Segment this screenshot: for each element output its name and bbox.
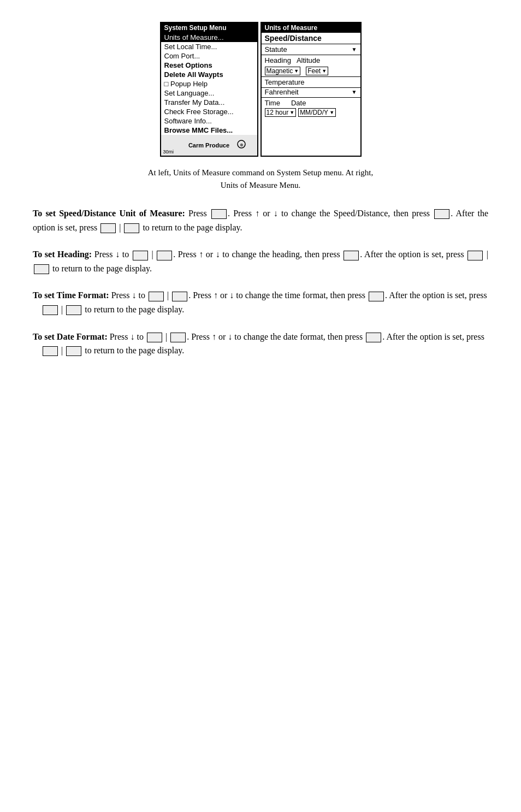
btn-time-3[interactable] — [369, 292, 384, 301]
btn-page-1[interactable] — [124, 223, 139, 233]
pipe-6: | — [165, 332, 167, 341]
map-scale: 30mi — [163, 149, 174, 155]
section-date-format: To set Date Format: Press ↓ to | . Press… — [33, 330, 488, 358]
heading-dropdown-arrow: ▼ — [294, 68, 299, 74]
btn-enter-2[interactable] — [434, 209, 449, 219]
menu-item-language: Set Language... — [161, 88, 257, 98]
pipe-1: | — [119, 223, 121, 232]
fahrenheit-dropdown-arrow: ▼ — [352, 89, 357, 95]
section-heading-bold: To set Heading: — [33, 250, 92, 259]
heading-altitude-values: Magnetic ▼ Feet ▼ — [262, 66, 360, 77]
menu-item-local-time: Set Local Time... — [161, 42, 257, 51]
btn-date-3[interactable] — [366, 333, 381, 342]
btn-heading-3[interactable] — [344, 251, 359, 260]
units-of-measure-panel: Units of Measure Speed/Distance Statute … — [260, 22, 362, 157]
units-header: Units of Measure — [262, 23, 360, 33]
menu-item-reset: Reset Options — [161, 61, 257, 70]
temperature-section: Temperature — [262, 77, 360, 88]
fahrenheit-row: Fahrenheit ▼ — [262, 88, 360, 98]
btn-date-2[interactable] — [170, 333, 186, 342]
screenshot-area: System Setup Menu Units of Measure... Se… — [33, 22, 488, 157]
time-dropdown-arrow: ▼ — [289, 110, 294, 115]
btn-heading-1[interactable] — [133, 251, 148, 260]
caption-line1: At left, Units of Measure command on Sys… — [148, 168, 373, 177]
svg-text:⊕: ⊕ — [239, 143, 243, 147]
section-time-format-text: To set Time Format: Press ↓ to | . Press… — [33, 288, 488, 316]
statute-row: Statute ▼ — [262, 44, 360, 55]
section-time-format: To set Time Format: Press ↓ to | . Press… — [33, 288, 488, 316]
section-time-bold: To set Time Format: — [33, 291, 109, 300]
menu-item-check-storage: Check Free Storage... — [161, 107, 257, 116]
section-heading-text: To set Heading: Press ↓ to | . Press ↑ o… — [33, 247, 488, 275]
compass-icon: ⊕ — [236, 139, 246, 149]
speed-distance-label: Speed/Distance — [262, 33, 360, 44]
date-dropdown: MM/DD/Y ▼ — [298, 108, 336, 117]
caption: At left, Units of Measure command on Sys… — [33, 167, 488, 191]
btn-heading-5[interactable] — [34, 264, 49, 274]
menu-item-popup-help: □ Popup Help — [161, 79, 257, 88]
statute-dropdown-arrow: ▼ — [352, 46, 357, 52]
heading-col-label: Heading — [265, 56, 291, 64]
caption-line2: Units of Measure Menu. — [221, 181, 301, 189]
menu-item-software-info: Software Info... — [161, 116, 257, 126]
pipe-2: | — [151, 250, 153, 259]
menu-item-transfer: Transfer My Data... — [161, 98, 257, 107]
pipe-3: | — [487, 250, 488, 259]
map-location-label: Carm Produce — [188, 142, 229, 149]
heading-dropdown: Magnetic ▼ — [265, 67, 301, 75]
statute-label: Statute — [265, 45, 287, 54]
time-date-section: Time Date — [262, 98, 360, 107]
date-value: MM/DD/Y — [300, 109, 328, 116]
altitude-value: Feet — [307, 67, 321, 75]
date-label: Date — [291, 99, 306, 107]
heading-altitude-labels: Heading Altitude — [262, 55, 360, 66]
time-label: Time — [265, 99, 280, 107]
btn-quit-1[interactable] — [100, 223, 116, 233]
time-value: 12 hour — [267, 109, 289, 116]
section-heading: To set Heading: Press ↓ to | . Press ↑ o… — [33, 247, 488, 275]
section-date-bold: To set Date Format: — [33, 332, 108, 341]
btn-enter-1[interactable] — [211, 209, 227, 219]
btn-date-5[interactable] — [66, 346, 81, 356]
section-speed-distance: To set Speed/Distance Unit of Measure: P… — [33, 206, 488, 234]
btn-heading-2[interactable] — [157, 251, 172, 260]
btn-time-4[interactable] — [43, 305, 58, 315]
fahrenheit-label: Fahrenheit — [265, 88, 299, 96]
altitude-dropdown-arrow: ▼ — [322, 68, 327, 74]
btn-date-4[interactable] — [43, 346, 58, 356]
section-date-format-text: To set Date Format: Press ↓ to | . Press… — [33, 330, 488, 358]
date-dropdown-arrow: ▼ — [329, 110, 334, 115]
menu-item-browse-mmc: Browse MMC Files... — [161, 126, 257, 135]
menu-header: System Setup Menu — [161, 23, 257, 33]
pipe-4: | — [167, 291, 169, 300]
btn-time-2[interactable] — [172, 292, 187, 301]
btn-heading-4[interactable] — [467, 251, 483, 260]
btn-time-1[interactable] — [149, 292, 164, 301]
system-setup-menu: System Setup Menu Units of Measure... Se… — [160, 22, 258, 157]
menu-item-com-port: Com Port... — [161, 51, 257, 61]
temperature-label: Temperature — [265, 78, 357, 86]
pipe-5: | — [61, 305, 63, 314]
section-speed-distance-bold: To set Speed/Distance Unit of Measure: — [33, 209, 185, 218]
map-area: 30mi Carm Produce ⊕ — [161, 135, 257, 156]
altitude-dropdown: Feet ▼ — [306, 67, 328, 75]
altitude-col-label: Altitude — [297, 56, 320, 64]
heading-value: Magnetic — [267, 67, 293, 75]
time-date-labels: Time Date — [265, 99, 357, 107]
btn-date-1[interactable] — [147, 333, 162, 342]
time-date-dropdowns: 12 hour ▼ MM/DD/Y ▼ — [262, 108, 360, 119]
menu-item-delete-waypts: Delete All Waypts — [161, 70, 257, 79]
time-dropdown: 12 hour ▼ — [265, 108, 297, 117]
section-speed-distance-text: To set Speed/Distance Unit of Measure: P… — [33, 206, 488, 234]
pipe-7: | — [61, 346, 63, 355]
btn-time-5[interactable] — [66, 305, 81, 315]
menu-item-units: Units of Measure... — [161, 33, 257, 42]
